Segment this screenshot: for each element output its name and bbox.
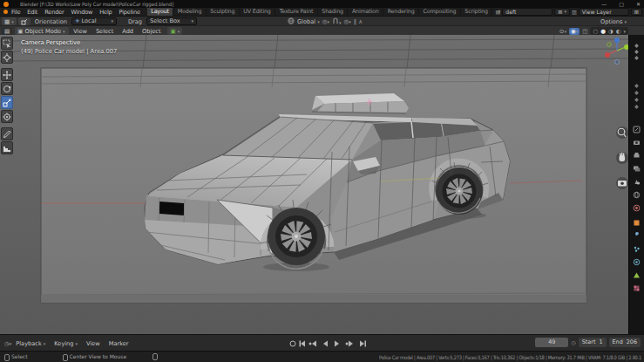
shading-rendered-icon[interactable]: ◐ [616, 28, 621, 35]
tab-render2-icon[interactable] [633, 199, 641, 207]
tab-layout[interactable]: Layout [147, 8, 174, 16]
window-title: Blender [F:\3D Works\Low Poly Car model\… [20, 1, 173, 7]
jump-start-button[interactable] [301, 341, 305, 347]
tab-data-icon[interactable] [633, 266, 641, 274]
active-tool-icon[interactable] [18, 17, 31, 25]
menu-edit[interactable]: Edit [24, 9, 41, 16]
play-reverse-button[interactable] [323, 341, 328, 347]
menu-help[interactable]: Help [96, 9, 115, 16]
keying-menu[interactable]: Keying ▾ [50, 340, 82, 347]
tool-cursor[interactable] [1, 51, 13, 64]
prev-keyframe-button[interactable] [312, 341, 316, 347]
viewport-nav-icons [616, 126, 628, 189]
viewport-editor-icon[interactable]: ▤ [2, 27, 12, 35]
new-layer-button[interactable]: ⊞ [631, 8, 642, 16]
tool-scale[interactable] [1, 96, 13, 109]
tab-view-layer-icon[interactable] [633, 160, 641, 167]
object-menu[interactable]: Object [138, 28, 165, 35]
frame-start-field[interactable]: Start 1 [579, 338, 607, 347]
tool-transform[interactable] [1, 110, 13, 123]
tab-sculpting[interactable]: Sculpting [207, 8, 240, 16]
overlays-toggle[interactable]: ◉▾ [569, 28, 580, 35]
tab-modifiers-icon[interactable] [633, 227, 641, 235]
view-layer-field[interactable]: View Layer [579, 8, 629, 16]
strip-diamond-4[interactable] [633, 98, 641, 106]
pan-hand-icon[interactable] [620, 153, 626, 161]
tab-object-icon[interactable] [633, 214, 641, 222]
xray-toggle[interactable]: ◫ [582, 28, 587, 35]
editor-type-button[interactable]: ▦▾ [2, 17, 17, 25]
frame-end-field[interactable]: End 206 [609, 338, 641, 347]
view-menu[interactable]: View [69, 28, 92, 35]
gizmo-slash-icons[interactable]: ∥ ∧ [354, 18, 363, 25]
tool-annotate[interactable] [1, 127, 13, 140]
add-menu[interactable]: Add [118, 28, 138, 35]
menu-render[interactable]: Render [41, 9, 67, 16]
menu-pipeline[interactable]: Pipeline [116, 9, 144, 16]
next-keyframe-button[interactable] [349, 341, 353, 347]
transform-orientation-dropdown[interactable]: Global ▾ [297, 18, 320, 25]
tab-modeling[interactable]: Modeling [173, 8, 206, 16]
tab-material-icon[interactable] [633, 279, 641, 287]
minimize-button[interactable]: — [601, 1, 607, 7]
menu-window[interactable]: Window [68, 9, 97, 16]
select-menu[interactable]: Select [92, 28, 118, 35]
mouse-right-icon [153, 353, 158, 360]
tab-scene-icon[interactable] [633, 173, 641, 181]
shading-material-icon[interactable]: ◑ [608, 28, 613, 35]
playback-menu[interactable]: Playback ▾ [11, 340, 50, 347]
shading-modes: ○ ● ◑ ◐ ▾ [590, 27, 628, 35]
workspace-tabs: Layout Modeling Sculpting UV Editing Tex… [147, 8, 506, 16]
tab-physics-icon[interactable] [633, 253, 641, 261]
tab-texture-paint[interactable]: Texture Paint [275, 8, 318, 16]
drag-dropdown[interactable]: Select Box▾ [146, 17, 197, 25]
viewport-3d[interactable] [0, 35, 629, 334]
title-bar: Blender [F:\3D Works\Low Poly Car model\… [0, 0, 644, 8]
tab-output-icon[interactable] [633, 147, 641, 154]
globe-icon [288, 17, 295, 26]
timeline-view-menu[interactable]: View [82, 340, 105, 347]
timeline-editor-icon[interactable]: ◷▾ [4, 340, 11, 347]
tab-uv-editing[interactable]: UV Editing [240, 8, 275, 16]
marker-menu[interactable]: Marker [105, 340, 133, 347]
play-button[interactable] [335, 341, 339, 347]
tool-move[interactable] [1, 68, 13, 81]
new-scene-button[interactable]: ⊞▾ [554, 8, 570, 16]
strip-chevron-3[interactable] [633, 49, 641, 57]
tab-shading[interactable]: Shading [318, 8, 349, 16]
tab-tool-icon[interactable] [633, 120, 641, 128]
status-select-hint: Select [4, 353, 28, 360]
object-type-filter[interactable]: ▣▾ [167, 27, 182, 35]
close-button[interactable]: ✕ [636, 1, 641, 7]
tool-select-box[interactable] [1, 37, 13, 50]
shading-wireframe-icon[interactable]: ○ [593, 28, 598, 35]
tool-rotate[interactable] [1, 82, 13, 95]
scene-name-field[interactable]: deft [502, 8, 552, 16]
tab-render-icon[interactable] [633, 133, 641, 141]
view-name-text: Camera Perspective [21, 38, 117, 47]
rear-wheel [436, 167, 483, 215]
proportional-edit-icon[interactable]: ◎▾ [343, 18, 350, 25]
record-button[interactable] [290, 341, 295, 346]
current-frame-field[interactable]: 49 [535, 338, 568, 347]
menu-file[interactable]: File [8, 9, 24, 16]
gizmo-toggle[interactable]: ⊙▾ [559, 28, 566, 35]
tool-measure[interactable] [1, 141, 13, 154]
orientation-label: Orientation [31, 18, 71, 25]
mode-dropdown[interactable]: ▣Object Mode▾ [15, 27, 69, 35]
tab-animation[interactable]: Animation [348, 8, 383, 16]
tab-particles-icon[interactable] [633, 240, 641, 248]
orientation-dropdown[interactable]: +Local▾ [71, 17, 117, 25]
options-dropdown[interactable]: Options▾ [600, 18, 627, 25]
tab-world-icon[interactable] [633, 186, 641, 194]
jump-end-button[interactable] [360, 341, 364, 347]
pivot-point-dropdown[interactable]: ◎▾ [322, 18, 329, 25]
tab-rendering[interactable]: Rendering [383, 8, 419, 16]
maximize-button[interactable]: ▢ [619, 1, 624, 7]
shading-solid-icon[interactable]: ● [600, 28, 606, 35]
tab-scripting[interactable]: Scripting [461, 8, 493, 16]
tab-compositing[interactable]: Compositing [419, 8, 461, 16]
menu-bar: File Edit Render Window Help Pipeline La… [0, 8, 644, 16]
camera-view-icon[interactable] [618, 181, 627, 187]
snap-magnet-icon[interactable]: ▾ [332, 17, 342, 26]
